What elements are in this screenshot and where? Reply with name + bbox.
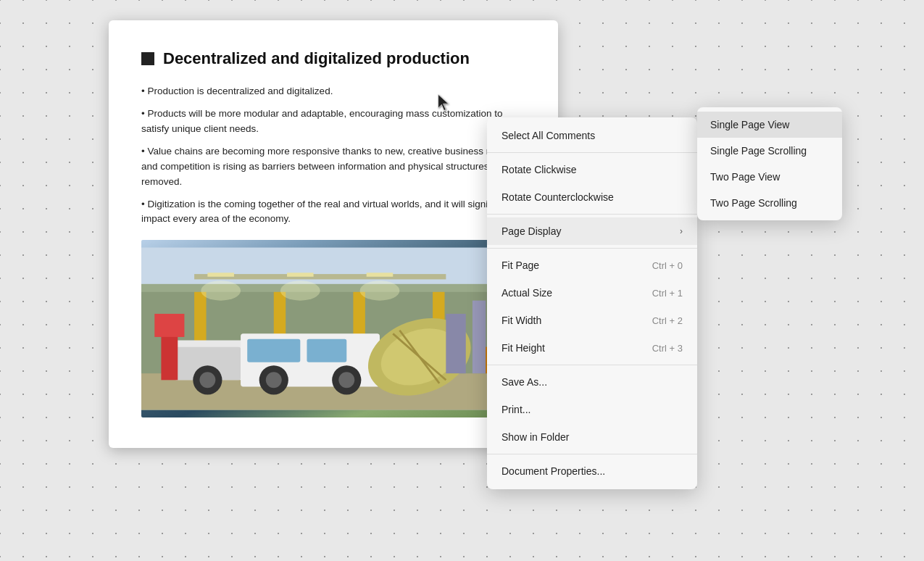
menu-divider-5	[487, 454, 697, 454]
pdf-paragraph-3: • Value chains are becoming more respons…	[141, 144, 525, 190]
svg-rect-7	[141, 284, 525, 292]
svg-point-12	[201, 281, 241, 301]
svg-point-13	[280, 281, 320, 301]
menu-item-actual-size-shortcut: Ctrl + 1	[652, 288, 683, 299]
menu-item-page-display-label: Page Display	[501, 225, 562, 237]
svg-point-25	[338, 373, 354, 388]
menu-item-fit-page-label: Fit Page	[501, 259, 539, 271]
svg-rect-32	[161, 334, 178, 381]
menu-item-print-label: Print...	[501, 404, 530, 415]
menu-item-document-properties-label: Document Properties...	[501, 465, 605, 477]
submenu-item-two-page-scrolling[interactable]: Two Page Scrolling	[697, 190, 842, 216]
menu-item-select-all-comments-label: Select All Comments	[501, 130, 595, 141]
pdf-body: • Production is decentralized and digita…	[141, 84, 525, 227]
menu-item-page-display-arrow: ›	[680, 226, 683, 236]
submenu-page-display: Single Page View Single Page Scrolling T…	[697, 107, 842, 220]
menu-item-rotate-clockwise[interactable]: Rotate Clickwise	[487, 156, 697, 183]
context-menu: Select All Comments Rotate Clickwise Rot…	[487, 117, 697, 489]
svg-rect-31	[473, 301, 486, 374]
menu-item-save-as[interactable]: Save As...	[487, 368, 697, 396]
menu-item-save-as-label: Save As...	[501, 376, 547, 388]
svg-rect-9	[207, 273, 234, 277]
svg-rect-11	[367, 273, 394, 277]
menu-item-show-in-folder[interactable]: Show in Folder	[487, 423, 697, 451]
pdf-paragraph-2: • Products will be more modular and adap…	[141, 107, 525, 137]
menu-item-page-display[interactable]: Page Display ›	[487, 217, 697, 245]
menu-item-fit-width-label: Fit Width	[501, 315, 541, 326]
pdf-title-icon	[141, 52, 154, 65]
menu-divider-3	[487, 248, 697, 249]
svg-point-23	[266, 373, 282, 388]
svg-rect-33	[154, 314, 184, 337]
menu-item-select-all-comments[interactable]: Select All Comments	[487, 122, 697, 149]
menu-divider-1	[487, 152, 697, 153]
menu-item-actual-size[interactable]: Actual Size Ctrl + 1	[487, 279, 697, 307]
submenu-item-single-page-scrolling[interactable]: Single Page Scrolling	[697, 138, 842, 164]
menu-item-fit-height[interactable]: Fit Height Ctrl + 3	[487, 334, 697, 362]
svg-point-21	[199, 373, 215, 388]
menu-item-fit-width-shortcut: Ctrl + 2	[652, 315, 683, 326]
submenu-item-single-page-view[interactable]: Single Page View	[697, 112, 842, 138]
svg-point-14	[360, 281, 400, 301]
pdf-image	[141, 240, 525, 417]
menu-item-fit-height-label: Fit Height	[501, 342, 545, 354]
pdf-title-row: Decentralized and digitalized production	[141, 49, 525, 68]
submenu-item-single-page-view-label: Single Page View	[710, 119, 789, 130]
menu-item-rotate-counterclockwise[interactable]: Rotate Counterclockwise	[487, 183, 697, 211]
svg-rect-10	[287, 273, 314, 277]
menu-item-print[interactable]: Print...	[487, 396, 697, 423]
pdf-paragraph-4: • Digitization is the coming together of…	[141, 197, 525, 228]
submenu-item-two-page-scrolling-label: Two Page Scrolling	[710, 197, 797, 209]
pdf-title-text: Decentralized and digitalized production	[163, 49, 470, 68]
svg-rect-30	[446, 314, 465, 373]
menu-divider-4	[487, 365, 697, 365]
pdf-paragraph-1: • Production is decentralized and digita…	[141, 84, 525, 99]
menu-item-show-in-folder-label: Show in Folder	[501, 431, 569, 443]
menu-item-fit-width[interactable]: Fit Width Ctrl + 2	[487, 307, 697, 334]
submenu-item-two-page-view-label: Two Page View	[710, 171, 780, 183]
submenu-item-single-page-scrolling-label: Single Page Scrolling	[710, 145, 807, 157]
menu-item-actual-size-label: Actual Size	[501, 287, 552, 299]
svg-rect-18	[247, 339, 300, 362]
menu-item-fit-page[interactable]: Fit Page Ctrl + 0	[487, 252, 697, 279]
menu-item-document-properties[interactable]: Document Properties...	[487, 457, 697, 485]
menu-item-rotate-clockwise-label: Rotate Clickwise	[501, 164, 576, 175]
svg-rect-19	[307, 339, 346, 362]
menu-item-rotate-counterclockwise-label: Rotate Counterclockwise	[501, 191, 614, 203]
menu-item-fit-height-shortcut: Ctrl + 3	[652, 343, 683, 354]
menu-item-fit-page-shortcut: Ctrl + 0	[652, 260, 683, 271]
submenu-item-two-page-view[interactable]: Two Page View	[697, 164, 842, 190]
menu-divider-2	[487, 214, 697, 215]
